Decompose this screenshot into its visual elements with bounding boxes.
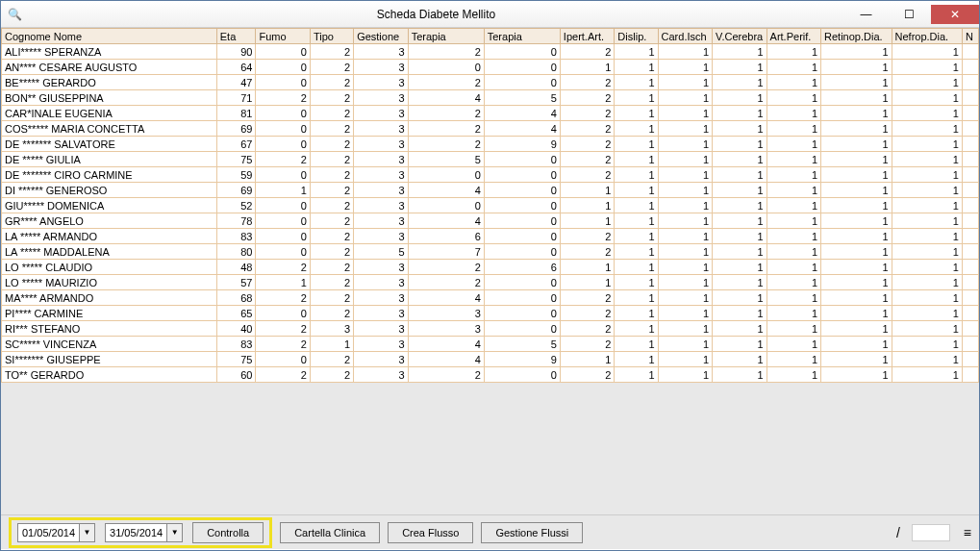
crea-flusso-button[interactable]: Crea Flusso: [388, 522, 473, 543]
controlla-button[interactable]: Controlla: [192, 522, 264, 543]
col-header-ipert[interactable]: Ipert.Art.: [560, 29, 615, 44]
minimize-button[interactable]: —: [844, 5, 888, 24]
cell-cardisch: 1: [658, 60, 713, 75]
cell-vcerebra: 1: [713, 213, 767, 229]
cell-terapia1: 2: [408, 367, 484, 383]
cell-dislip: 1: [615, 198, 658, 213]
table-row[interactable]: ALI***** SPERANZA90023202111111: [2, 44, 979, 60]
cell-terapia1: 4: [408, 213, 484, 229]
cell-fumo: 2: [256, 290, 311, 306]
col-header-terapia2[interactable]: Terapia: [484, 29, 560, 44]
close-button[interactable]: ✕: [931, 5, 979, 24]
cell-vcerebra: 1: [713, 260, 767, 275]
table-row[interactable]: LO ***** CLAUDIO48223261111111: [2, 260, 979, 275]
cell-fumo: 1: [256, 275, 311, 290]
cell-retinop: 1: [821, 337, 892, 352]
cell-gestione: 5: [354, 244, 409, 260]
cell-retinop: 1: [821, 121, 892, 137]
date-from-field[interactable]: 01/05/2014 ▼: [17, 523, 95, 542]
col-header-tipo[interactable]: Tipo: [310, 29, 353, 44]
cell-eta: 48: [216, 260, 256, 275]
table-row[interactable]: LA ***** MADDALENA80025702111111: [2, 244, 979, 260]
table-row[interactable]: SI******* GIUSEPPE75023491111111: [2, 352, 979, 367]
cell-gestione: 3: [354, 213, 409, 229]
col-header-cardisch[interactable]: Card.Isch: [658, 29, 713, 44]
cell-ipert: 2: [560, 167, 615, 183]
cell-nefrop: 1: [892, 260, 962, 275]
cell-fumo: 0: [256, 244, 311, 260]
date-to-field[interactable]: 31/05/2014 ▼: [105, 523, 183, 542]
col-header-extra[interactable]: N: [962, 29, 978, 44]
cell-eta: 65: [216, 306, 256, 321]
menu-icon[interactable]: ≡: [958, 525, 971, 540]
table-row[interactable]: COS***** MARIA CONCETTA69023242111111: [2, 121, 979, 137]
cell-dislip: 1: [615, 44, 658, 60]
gestione-flussi-button[interactable]: Gestione Flussi: [481, 522, 583, 543]
cell-artperif: 1: [766, 137, 821, 152]
cell-artperif: 1: [766, 275, 821, 290]
cell-extra: [962, 90, 978, 106]
cell-retinop: 1: [821, 321, 892, 337]
cell-terapia1: 2: [408, 75, 484, 90]
date-from-value: 01/05/2014: [18, 527, 79, 538]
col-header-fumo[interactable]: Fumo: [256, 29, 311, 44]
cell-terapia2: 4: [484, 121, 560, 137]
table-row[interactable]: DI ****** GENEROSO69123401111111: [2, 183, 979, 198]
cell-extra: [962, 290, 978, 306]
table-row[interactable]: PI**** CARMINE65023302111111: [2, 306, 979, 321]
cell-cardisch: 1: [658, 167, 713, 183]
cell-dislip: 1: [615, 306, 658, 321]
col-header-retinop[interactable]: Retinop.Dia.: [821, 29, 892, 44]
table-row[interactable]: SC***** VINCENZA83213452111111: [2, 337, 979, 352]
date-from-dropdown-icon[interactable]: ▼: [79, 524, 94, 541]
cell-artperif: 1: [766, 229, 821, 244]
cell-dislip: 1: [615, 90, 658, 106]
col-header-artperif[interactable]: Art.Perif.: [766, 29, 821, 44]
table-row[interactable]: GR**** ANGELO78023401111111: [2, 213, 979, 229]
cell-vcerebra: 1: [713, 106, 767, 121]
cartella-clinica-button[interactable]: Cartella Clinica: [280, 522, 380, 543]
cell-vcerebra: 1: [713, 167, 767, 183]
cell-eta: 90: [216, 44, 256, 60]
cell-tipo: 2: [310, 229, 353, 244]
cell-dislip: 1: [615, 121, 658, 137]
table-row[interactable]: LO ***** MAURIZIO57123201111111: [2, 275, 979, 290]
col-header-terapia1[interactable]: Terapia: [408, 29, 484, 44]
col-header-gestione[interactable]: Gestione: [354, 29, 409, 44]
cell-nefrop: 1: [892, 229, 962, 244]
date-control-group: 01/05/2014 ▼ 31/05/2014 ▼ Controlla: [9, 517, 272, 548]
data-grid[interactable]: Cognome NomeEtaFumoTipoGestioneTerapiaTe…: [1, 28, 979, 514]
cell-name: GIU***** DOMENICA: [2, 198, 217, 213]
cell-terapia2: 0: [484, 183, 560, 198]
col-header-name[interactable]: Cognome Nome: [2, 29, 217, 44]
table-row[interactable]: BE***** GERARDO47023202111111: [2, 75, 979, 90]
col-header-eta[interactable]: Eta: [216, 29, 256, 44]
table-row[interactable]: DE ******* CIRO CARMINE59023002111111: [2, 167, 979, 183]
cell-cardisch: 1: [658, 244, 713, 260]
table-row[interactable]: DE ***** GIULIA75223502111111: [2, 152, 979, 167]
date-to-dropdown-icon[interactable]: ▼: [166, 524, 182, 541]
cell-artperif: 1: [766, 152, 821, 167]
table-row[interactable]: RI*** STEFANO40233302111111: [2, 321, 979, 337]
table-row[interactable]: BON** GIUSEPPINA71223452111111: [2, 90, 979, 106]
table-row[interactable]: LA ***** ARMANDO83023602111111: [2, 229, 979, 244]
table-row[interactable]: MA**** ARMANDO68223402111111: [2, 290, 979, 306]
cell-ipert: 2: [560, 152, 615, 167]
col-header-dislip[interactable]: Dislip.: [615, 29, 658, 44]
cell-tipo: 3: [310, 321, 353, 337]
col-header-vcerebra[interactable]: V.Cerebra: [713, 29, 767, 44]
maximize-button[interactable]: ☐: [888, 5, 931, 24]
window-controls: — ☐ ✕: [844, 5, 979, 24]
cell-nefrop: 1: [892, 367, 962, 383]
col-header-nefrop[interactable]: Nefrop.Dia.: [892, 29, 962, 44]
table-row[interactable]: DE ******* SALVATORE67023292111111: [2, 137, 979, 152]
cell-gestione: 3: [354, 90, 409, 106]
cell-name: SI******* GIUSEPPE: [2, 352, 217, 367]
cell-nefrop: 1: [892, 152, 962, 167]
table-row[interactable]: CAR*INALE EUGENIA81023242111111: [2, 106, 979, 121]
cell-name: COS***** MARIA CONCETTA: [2, 121, 217, 137]
table-row[interactable]: GIU***** DOMENICA52023001111111: [2, 198, 979, 213]
table-row[interactable]: AN**** CESARE AUGUSTO64023001111111: [2, 60, 979, 75]
table-row[interactable]: TO** GERARDO60223202111111: [2, 367, 979, 383]
cell-vcerebra: 1: [713, 306, 767, 321]
